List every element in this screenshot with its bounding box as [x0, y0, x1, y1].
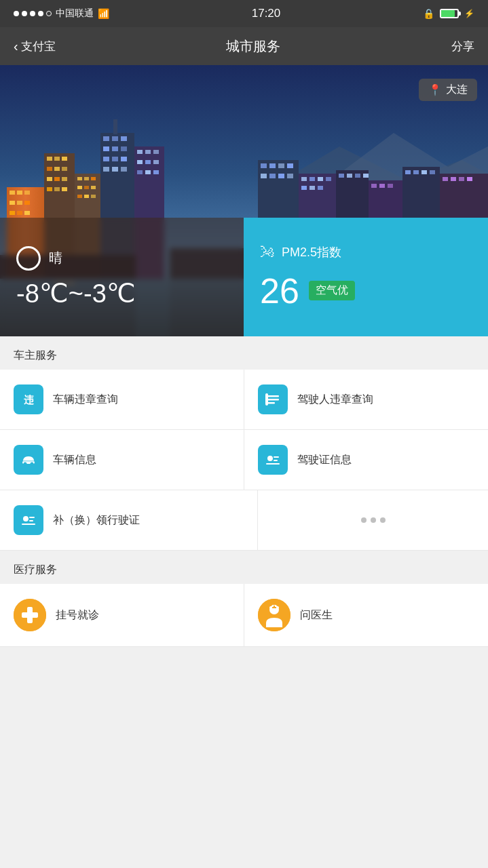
svg-rect-15	[54, 157, 60, 161]
pm-card: 🌬 PM2.5指数 26 空气优	[244, 218, 488, 336]
weather-card: 晴 -8℃~-3℃	[0, 218, 244, 336]
svg-rect-122	[29, 517, 35, 518]
service-cell-hospital[interactable]: 挂号就诊	[0, 584, 244, 646]
svg-rect-41	[112, 146, 118, 151]
svg-rect-32	[91, 186, 96, 189]
svg-rect-29	[91, 177, 96, 180]
driver-violation-icon	[258, 384, 288, 414]
svg-text:违: 违	[24, 394, 35, 406]
svg-rect-63	[278, 163, 284, 168]
svg-rect-79	[347, 174, 352, 178]
svg-rect-30	[77, 186, 82, 189]
svg-rect-28	[84, 177, 89, 180]
dot-5	[46, 11, 52, 16]
driver-violation-label: 驾驶人违章查询	[297, 393, 373, 407]
svg-rect-45	[121, 157, 127, 161]
service-row-3: 补（换）领行驶证	[0, 490, 488, 551]
svg-rect-5	[17, 191, 22, 195]
location-pin-icon: 📍	[428, 83, 442, 96]
svg-rect-42	[121, 146, 127, 151]
weather-condition: 晴	[16, 246, 228, 271]
service-cell-license-info[interactable]: 驾驶证信息	[244, 430, 488, 490]
carrier-label: 中国联通	[56, 7, 94, 20]
svg-rect-67	[278, 174, 284, 178]
weather-condition-label: 晴	[49, 249, 62, 267]
svg-rect-38	[112, 136, 118, 141]
svg-rect-31	[84, 186, 89, 189]
dot-1	[361, 517, 367, 523]
svg-point-116	[267, 456, 273, 461]
page-title: 城市服务	[226, 37, 280, 56]
car-services-grid: 违 车辆违章查询 驾驶人违章查询	[0, 370, 488, 551]
service-cell-renew-license[interactable]: 补（换）领行驶证	[0, 490, 258, 550]
battery-fill	[441, 10, 455, 17]
ask-doctor-label: 问医生	[300, 608, 333, 623]
back-button[interactable]: ‹ 支付宝	[14, 39, 56, 54]
more-dots-placeholder	[258, 490, 488, 550]
svg-rect-43	[103, 157, 109, 161]
svg-rect-72	[318, 177, 323, 181]
svg-rect-21	[54, 177, 60, 181]
lock-icon: 🔒	[423, 8, 434, 19]
renew-license-icon	[14, 505, 43, 535]
svg-rect-24	[54, 187, 60, 191]
svg-rect-57	[137, 170, 143, 174]
svg-rect-62	[269, 163, 276, 168]
svg-rect-84	[379, 184, 385, 188]
svg-rect-133	[272, 607, 276, 608]
status-time: 17:20	[252, 7, 281, 20]
pm-title-row: 🌬 PM2.5指数	[260, 243, 472, 261]
dot-4	[38, 11, 43, 16]
svg-rect-58	[145, 170, 151, 174]
svg-rect-66	[269, 174, 276, 178]
svg-rect-70	[301, 177, 307, 181]
svg-rect-65	[261, 174, 267, 178]
service-cell-vehicle-info[interactable]: 车辆信息	[0, 430, 244, 490]
vehicle-info-label: 车辆信息	[53, 453, 96, 467]
service-cell-driver-violation[interactable]: 驾驶人违章查询	[244, 370, 488, 429]
svg-rect-8	[17, 201, 22, 205]
svg-rect-48	[121, 167, 127, 172]
svg-rect-119	[266, 463, 280, 465]
vehicle-info-icon	[14, 445, 43, 475]
svg-rect-94	[459, 177, 464, 181]
medical-row-1: 挂号就诊 问医生	[0, 584, 488, 647]
svg-rect-81	[363, 174, 369, 178]
status-right: 🔒 ⚡	[423, 8, 474, 19]
svg-rect-107	[267, 395, 279, 397]
hospital-icon	[14, 599, 46, 631]
svg-rect-123	[29, 520, 33, 521]
dot-3	[380, 517, 386, 523]
pm-quality-badge: 空气优	[309, 281, 355, 300]
svg-rect-76	[318, 186, 323, 190]
svg-rect-52	[145, 150, 151, 154]
svg-rect-9	[24, 201, 30, 205]
service-cell-ask-doctor[interactable]: 问医生	[244, 584, 488, 646]
svg-rect-115	[264, 451, 282, 469]
dot-2	[22, 11, 27, 16]
vehicle-violation-label: 车辆违章查询	[53, 393, 118, 407]
svg-rect-19	[62, 167, 67, 171]
svg-rect-71	[309, 177, 315, 181]
svg-rect-25	[62, 187, 67, 191]
svg-rect-114	[22, 460, 35, 462]
service-cell-vehicle-violation[interactable]: 违 车辆违章查询	[0, 370, 244, 429]
weather-temp: -8℃~-3℃	[16, 279, 228, 309]
svg-rect-23	[47, 187, 52, 191]
svg-rect-59	[153, 170, 159, 174]
nav-bar: ‹ 支付宝 城市服务 分享	[0, 27, 488, 65]
svg-rect-87	[405, 170, 411, 174]
svg-rect-27	[77, 177, 82, 180]
pm-value-row: 26 空气优	[260, 271, 472, 311]
svg-rect-37	[103, 136, 109, 141]
svg-rect-14	[47, 157, 52, 161]
svg-rect-93	[451, 177, 456, 181]
pm-mask-icon: 🌬	[260, 243, 275, 261]
location-badge[interactable]: 📍 大连	[419, 79, 477, 101]
share-button[interactable]: 分享	[451, 39, 474, 54]
svg-rect-40	[103, 146, 109, 151]
svg-rect-22	[62, 177, 67, 181]
svg-rect-118	[274, 460, 278, 461]
svg-rect-33	[77, 195, 82, 198]
svg-rect-47	[112, 167, 118, 172]
